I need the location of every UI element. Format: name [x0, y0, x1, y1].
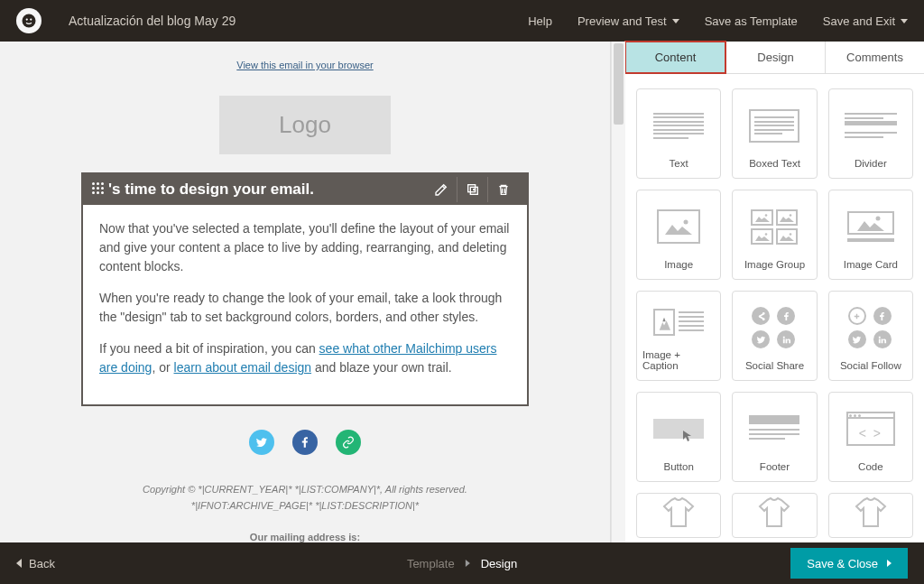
- block-label: Code: [858, 461, 883, 472]
- panel-tabs: Content Design Comments: [625, 42, 924, 74]
- button-icon: [653, 419, 704, 439]
- block-label: Divider: [855, 158, 887, 169]
- chevron-right-icon: [466, 560, 470, 567]
- block-heading: 's time to design your email.: [108, 181, 314, 199]
- shirt-icon: [661, 497, 697, 528]
- block-text[interactable]: Text: [636, 88, 721, 179]
- svg-point-6: [764, 214, 767, 217]
- social-share-icon: [752, 307, 797, 348]
- block-label: Image Card: [844, 259, 898, 270]
- pencil-icon: [434, 182, 448, 197]
- nav-preview-label: Preview and Test: [578, 14, 667, 28]
- monkey-icon: [21, 13, 37, 29]
- svg-point-8: [764, 233, 767, 236]
- save-close-button[interactable]: Save & Close: [790, 548, 908, 579]
- block-divider[interactable]: Divider: [828, 88, 913, 179]
- block-label: Text: [670, 158, 688, 169]
- nav-help[interactable]: Help: [528, 14, 552, 28]
- chevron-down-icon: [672, 19, 679, 23]
- text-content-block[interactable]: 's time to design your email. Now that y…: [81, 172, 529, 406]
- nav-save-template[interactable]: Save as Template: [705, 14, 798, 28]
- back-button[interactable]: Back: [16, 557, 55, 570]
- facebook-button[interactable]: [292, 430, 318, 455]
- block-image[interactable]: Image: [636, 190, 721, 280]
- shirt-icon: [756, 497, 792, 528]
- bottom-bar: Back Template Design Save & Close: [0, 542, 924, 584]
- svg-point-2: [30, 18, 32, 20]
- chevron-right-icon: [887, 560, 892, 567]
- block-social-share[interactable]: Social Share: [732, 291, 817, 381]
- code-icon: < >: [846, 412, 895, 446]
- nav-save-exit[interactable]: Save and Exit: [823, 14, 908, 28]
- block-label: Image + Caption: [642, 349, 715, 371]
- crumb-template[interactable]: Template: [407, 557, 455, 570]
- block-label: Social Follow: [840, 360, 901, 371]
- block-label: Image: [664, 259, 693, 270]
- delete-button[interactable]: [487, 177, 518, 202]
- back-label: Back: [29, 557, 55, 570]
- twitter-button[interactable]: [249, 430, 274, 455]
- top-nav: Help Preview and Test Save as Template S…: [528, 14, 908, 28]
- drag-handle-icon[interactable]: [92, 182, 106, 197]
- block-button[interactable]: Button: [636, 392, 721, 482]
- nav-preview[interactable]: Preview and Test: [578, 14, 679, 28]
- breadcrumb: Template Design: [407, 557, 517, 570]
- tab-comments[interactable]: Comments: [826, 42, 924, 73]
- block-body[interactable]: Now that you've selected a template, you…: [83, 205, 527, 404]
- top-bar: Actualización del blog May 29 Help Previ…: [0, 0, 924, 42]
- chevron-down-icon: [901, 19, 908, 23]
- block-social-follow[interactable]: Social Follow: [828, 291, 913, 381]
- content-blocks-grid: Text Boxed Text Divider Image: [625, 74, 924, 542]
- svg-point-7: [790, 214, 792, 217]
- block-label: Button: [664, 461, 694, 472]
- image-card-icon: [847, 211, 894, 242]
- tab-design[interactable]: Design: [726, 42, 826, 73]
- mailchimp-logo[interactable]: [16, 8, 42, 33]
- duplicate-button[interactable]: [457, 177, 487, 202]
- trash-icon: [496, 182, 511, 197]
- paragraph: If you need a bit of inspiration, you ca…: [99, 339, 511, 377]
- link-button[interactable]: [336, 430, 361, 455]
- facebook-icon: [299, 436, 311, 449]
- shirt-icon: [853, 497, 889, 528]
- block-partial-1[interactable]: [636, 493, 721, 538]
- canvas-scrollbar[interactable]: [611, 42, 625, 542]
- link-email-design[interactable]: learn about email design: [174, 360, 312, 375]
- block-image-group[interactable]: Image Group: [732, 190, 817, 280]
- block-code[interactable]: < > Code: [828, 392, 913, 482]
- block-label: Image Group: [744, 259, 805, 270]
- crumb-design: Design: [481, 557, 517, 570]
- logo-placeholder[interactable]: Logo: [219, 96, 391, 154]
- block-partial-2[interactable]: [732, 493, 817, 538]
- social-follow-icon: [848, 307, 893, 348]
- chevron-left-icon: [16, 559, 22, 568]
- block-image-card[interactable]: Image Card: [828, 190, 913, 280]
- paragraph: Now that you've selected a template, you…: [99, 219, 511, 276]
- footer-merge: *|IFNOT:ARCHIVE_PAGE|* *|LIST:DESCRIPTIO…: [81, 498, 529, 514]
- side-panel: Content Design Comments Text Boxed Text …: [625, 42, 924, 542]
- block-toolbar: 's time to design your email.: [83, 174, 527, 205]
- view-in-browser-link[interactable]: View this email in your browser: [81, 60, 529, 70]
- edit-button[interactable]: [426, 177, 457, 202]
- block-partial-3[interactable]: [828, 493, 913, 538]
- nav-save-exit-label: Save and Exit: [823, 14, 895, 28]
- tab-content[interactable]: Content: [626, 42, 725, 72]
- block-label: Boxed Text: [749, 158, 800, 169]
- svg-point-0: [23, 14, 36, 28]
- tab-highlight: Content: [624, 41, 726, 74]
- svg-point-5: [684, 220, 688, 225]
- block-label: Social Share: [745, 360, 804, 371]
- paragraph: When you're ready to change the look of …: [99, 289, 511, 327]
- block-label: Footer: [760, 461, 790, 472]
- scroll-thumb[interactable]: [614, 43, 624, 125]
- twitter-icon: [255, 436, 268, 449]
- block-boxed-text[interactable]: Boxed Text: [732, 88, 817, 179]
- block-image-caption[interactable]: Image + Caption: [636, 291, 721, 381]
- save-close-label: Save & Close: [807, 557, 878, 570]
- footer-address-label: Our mailing address is:: [81, 530, 529, 542]
- image-group-icon: [751, 209, 798, 245]
- email-canvas: View this email in your browser Logo 's …: [0, 42, 611, 542]
- divider-icon: [845, 111, 897, 141]
- block-footer[interactable]: Footer: [732, 392, 817, 482]
- link-icon: [342, 436, 355, 449]
